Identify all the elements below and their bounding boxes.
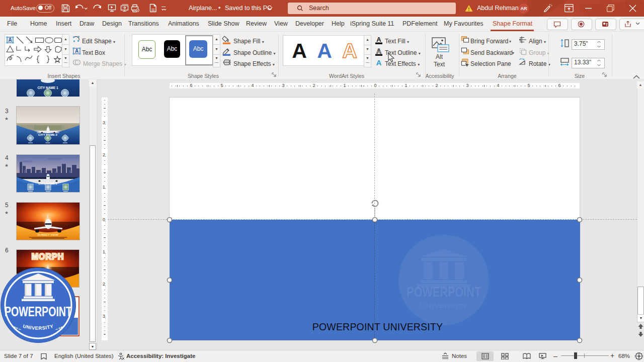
svg-text:A: A	[8, 37, 12, 43]
svg-text:A: A	[376, 47, 381, 55]
svg-text:CITY NAME 1: CITY NAME 1	[37, 86, 58, 89]
svg-text:A: A	[376, 36, 381, 43]
svg-text:SUNSET VIEW: SUNSET VIEW	[37, 233, 58, 236]
svg-text:A: A	[75, 48, 78, 54]
svg-text:POWERPOINT: POWERPOINT	[5, 304, 72, 319]
svg-text:MORPH: MORPH	[32, 252, 64, 261]
svg-text:A: A	[376, 58, 382, 67]
